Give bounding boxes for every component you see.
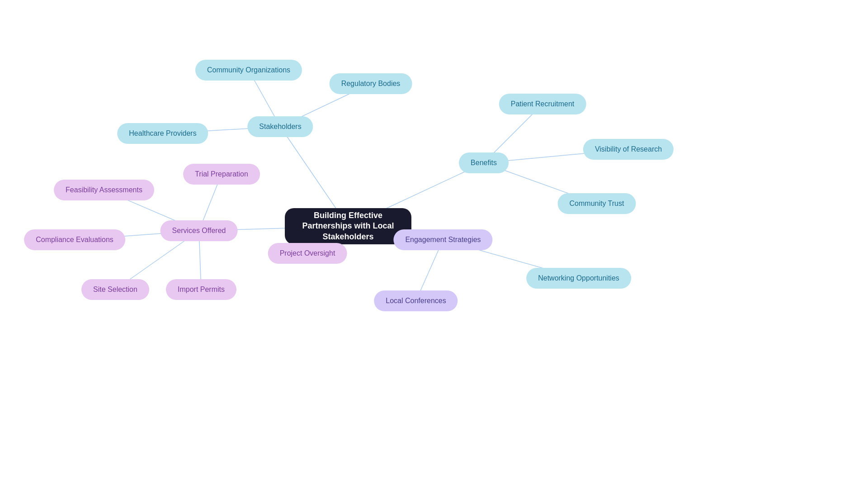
feasibility-assessments-node[interactable]: Feasibility Assessments [54, 180, 154, 200]
engagement-strategies-node[interactable]: Engagement Strategies [393, 229, 492, 250]
regulatory-bodies-node[interactable]: Regulatory Bodies [330, 73, 412, 94]
site-selection-node[interactable]: Site Selection [81, 279, 149, 300]
community-trust-node[interactable]: Community Trust [558, 193, 636, 214]
visibility-research-node[interactable]: Visibility of Research [583, 139, 674, 160]
center-node[interactable]: Building Effective Partnerships with Loc… [285, 208, 411, 244]
stakeholders-node[interactable]: Stakeholders [247, 116, 313, 137]
import-permits-node[interactable]: Import Permits [166, 279, 236, 300]
healthcare-providers-node[interactable]: Healthcare Providers [117, 123, 208, 144]
community-org-node[interactable]: Community Organizations [195, 60, 302, 81]
mindmap-container: Building Effective Partnerships with Loc… [0, 0, 868, 490]
project-oversight-node[interactable]: Project Oversight [268, 243, 347, 264]
benefits-node[interactable]: Benefits [459, 152, 509, 173]
networking-opportunities-node[interactable]: Networking Opportunities [526, 268, 631, 289]
compliance-evaluations-node[interactable]: Compliance Evaluations [24, 229, 125, 250]
local-conferences-node[interactable]: Local Conferences [374, 290, 458, 311]
services-offered-node[interactable]: Services Offered [160, 220, 238, 241]
trial-preparation-node[interactable]: Trial Preparation [183, 164, 260, 185]
patient-recruitment-node[interactable]: Patient Recruitment [499, 94, 586, 114]
